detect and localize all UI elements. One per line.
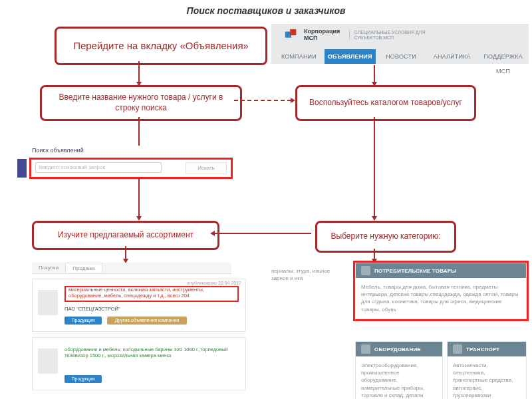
tile-header: ТРАНСПОРТ: [448, 342, 526, 356]
listing-card-1[interactable]: опубликовано 30.04.2017 материальные цен…: [32, 279, 246, 332]
listing-title: материальные ценности, включая запчасти,…: [66, 287, 237, 299]
step-choose-category: Выберите нужную категорию:: [315, 221, 456, 253]
logo-area: КорпорацияМСП СПЕЦИАЛЬНЫЕ УСЛОВИЯ ДЛЯ СУ…: [284, 28, 434, 43]
nav-items: КОМПАНИИ ОБЪЯВЛЕНИЯ НОВОСТИ АНАЛИТИКА ПО…: [273, 49, 529, 64]
catalog-tile-equipment[interactable]: ОБОРУДОВАНИЕ Электрооборудование, промыш…: [355, 341, 443, 399]
listing-firm: ПАО "СПЕЦГАЗСТРОЙ": [65, 306, 120, 312]
listing-card-2[interactable]: оборудование и мебель: холодильные барин…: [32, 337, 246, 390]
chip-product[interactable]: Продукция: [65, 317, 102, 325]
step-use-catalog: Воспользуйтесь каталогом товаров/услуг: [295, 85, 476, 121]
arrow-step5-to-catalog: [374, 249, 375, 259]
website-nav-screenshot: КорпорацияМСП СПЕЦИАЛЬНЫЕ УСЛОВИЯ ДЛЯ СУ…: [271, 24, 529, 64]
tile-icon: [453, 344, 462, 354]
svg-rect-1: [290, 29, 296, 35]
tile-body: Автозапчасти, спецтехника, транспортные …: [448, 356, 526, 399]
tile-body: Электрооборудование, промышленное оборуд…: [356, 356, 442, 399]
listing-thumb-icon: [38, 348, 58, 374]
catalog-partial-column: периалы; зтура, ильное зарное и ика: [271, 268, 348, 283]
tile-header: ОБОРУДОВАНИЕ: [356, 342, 442, 356]
tile-body: Мебель, товары для дома, бытовая техника…: [356, 278, 526, 319]
tab-sell[interactable]: Продажа: [65, 263, 102, 273]
chip-other-ads[interactable]: Другие объявления компании: [107, 317, 187, 325]
arrow-step4-to-listings: [125, 246, 126, 259]
listing-highlight: материальные ценности, включая запчасти,…: [65, 286, 239, 302]
logo-text-1: Корпорация: [304, 28, 340, 35]
nav-item-companies[interactable]: КОМПАНИИ: [273, 49, 325, 64]
nav-item-support[interactable]: ПОДДЕРЖКА МСП: [477, 49, 529, 64]
arrow-nav-to-step3: [374, 65, 375, 82]
logo-icon: [284, 28, 299, 43]
arrow-step3-to-step5: [374, 117, 375, 217]
arrow-step5-to-step4: [214, 233, 311, 234]
search-input[interactable]: Введите поисковый запрос: [35, 162, 162, 173]
catalog-screenshot: периалы; зтура, ильное зарное и ика ПОТР…: [271, 263, 527, 396]
tab-buy[interactable]: Покупка: [32, 263, 65, 273]
listing-thumb-icon: [38, 290, 58, 315]
sidebar-tag-icon: [17, 159, 27, 178]
chip-product-2[interactable]: Продукция: [65, 375, 102, 383]
search-title: Поиск объявлений: [32, 147, 84, 154]
page-title: Поиск поставщиков и заказчиков: [0, 5, 532, 16]
arrow-step2-to-step3: [234, 100, 291, 101]
catalog-tile-consumer-goods[interactable]: ПОТРЕБИТЕЛЬСКИЕ ТОВАРЫ Мебель, товары дл…: [355, 263, 527, 319]
listing-title-2: оборудование и мебель: холодильные барин…: [65, 347, 239, 358]
tile-icon: [361, 266, 370, 275]
step-goto-tab: Перейдите на вкладку «Объявления»: [55, 27, 267, 65]
logo-subtitle: СПЕЦИАЛЬНЫЕ УСЛОВИЯ ДЛЯ СУБЪЕКТОВ МСП: [349, 30, 434, 40]
tile-icon: [361, 344, 370, 354]
nav-item-ads[interactable]: ОБЪЯВЛЕНИЯ: [325, 49, 376, 64]
catalog-tile-transport[interactable]: ТРАНСПОРТ Автозапчасти, спецтехника, тра…: [447, 341, 527, 399]
logo-text-2: МСП: [304, 35, 317, 41]
listing-meta: опубликовано 30.04.2017: [187, 281, 241, 285]
listings-tabs: Покупка Продажа: [32, 263, 231, 274]
nav-item-news[interactable]: НОВОСТИ: [376, 49, 427, 64]
tile-header: ПОТРЕБИТЕЛЬСКИЕ ТОВАРЫ: [356, 263, 526, 278]
arrow-step1-to-step2: [138, 61, 140, 82]
nav-item-analytics[interactable]: АНАЛИТИКА: [426, 49, 477, 64]
listings-screenshot: Покупка Продажа опубликовано 30.04.2017 …: [20, 263, 253, 396]
search-screenshot: Поиск объявлений Введите поисковый запро…: [20, 146, 239, 179]
step-enter-search: Введите название нужного товара / услуги…: [40, 85, 242, 121]
search-button[interactable]: Искать: [186, 162, 227, 174]
search-frame-highlight: Введите поисковый запрос Искать: [29, 158, 233, 179]
